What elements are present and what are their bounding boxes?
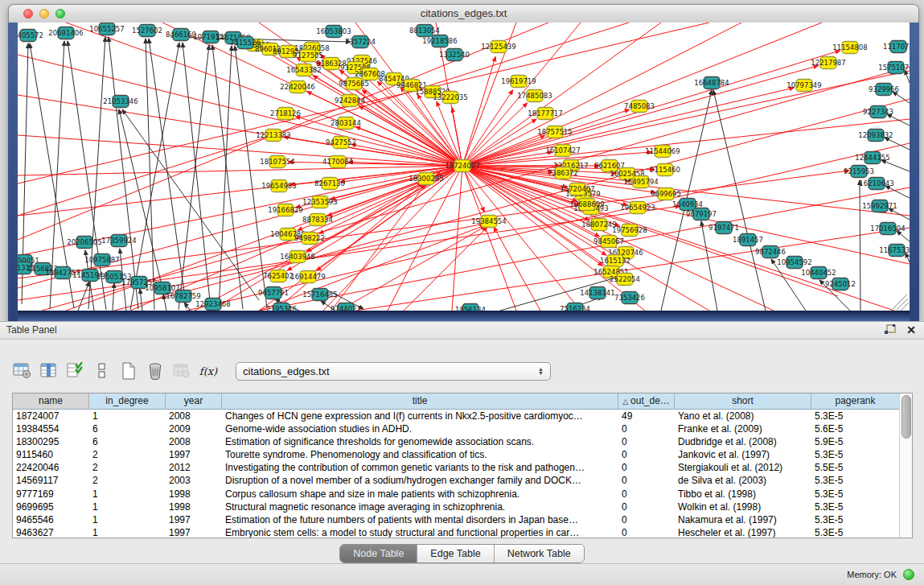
graph-node[interactable]: 7625402 [263, 270, 294, 282]
graph-node[interactable]: 9215953 [844, 166, 874, 178]
graph-node[interactable]: 11544069 [645, 146, 680, 158]
graph-node[interactable]: 9242844 [335, 95, 365, 107]
graph-node[interactable]: 7353426 [614, 292, 645, 304]
graph-node[interactable]: 4170084 [322, 156, 353, 168]
delete-column-icon[interactable] [145, 360, 166, 381]
column-header-name[interactable]: name [13, 393, 89, 410]
graph-node[interactable]: 12125439 [481, 41, 515, 53]
graph-node[interactable]: 16914479 [290, 271, 325, 283]
column-header-in_degree[interactable]: in_degree [89, 393, 166, 410]
graph-node[interactable]: 9744021 [331, 303, 361, 311]
memory-status-dot[interactable] [903, 569, 914, 580]
graph-node[interactable]: 18807249 [581, 219, 616, 231]
graph-node[interactable]: 13222035 [433, 92, 467, 104]
graph-node[interactable]: 19619719 [501, 76, 536, 88]
graph-node[interactable]: 12213383 [256, 130, 290, 142]
citation-network-graph[interactable]: 1872400718300295193845547663822896012489… [18, 23, 910, 311]
table-scrollbar-thumb[interactable] [901, 395, 911, 439]
graph-node[interactable]: 12444155 [855, 152, 889, 164]
row-height-icon[interactable] [92, 360, 113, 381]
column-header-title[interactable]: title [222, 393, 618, 410]
graph-node[interactable]: 14138141 [580, 287, 614, 299]
graph-node[interactable]: 11675334 [879, 245, 910, 257]
graph-node[interactable]: 12923468 [195, 299, 230, 311]
column-header-year[interactable]: year [166, 393, 222, 410]
graph-node[interactable]: 22420046 [280, 81, 314, 93]
graph-node[interactable]: 18177717 [528, 108, 562, 120]
table-settings-icon[interactable] [12, 360, 33, 381]
function-builder-icon[interactable]: f(x) [198, 360, 219, 381]
graph-node[interactable]: 16107427 [545, 145, 580, 157]
table-scrollbar[interactable] [899, 393, 912, 538]
graph-node[interactable]: 9329966 [869, 84, 899, 96]
graph-node[interactable]: 9245012 [825, 278, 856, 290]
graph-node[interactable]: 16053803 [316, 26, 351, 38]
table-row[interactable]: 1872400712008Changes of HCN gene express… [13, 410, 900, 422]
graph-node[interactable]: 8466160 [166, 29, 196, 41]
table-row[interactable]: 1938455462009Genome-wide association stu… [13, 422, 900, 435]
graph-node[interactable]: 1527602 [132, 25, 162, 37]
graph-node[interactable]: 21053346 [103, 96, 138, 108]
network-canvas[interactable]: 1872400718300295193845547663822896012489… [18, 23, 910, 311]
graph-node[interactable]: 1856134 [455, 304, 486, 311]
graph-node[interactable]: 15716485 [302, 289, 337, 301]
graph-node[interactable]: 19756928 [612, 225, 647, 237]
table-body[interactable]: 1872400712008Changes of HCN gene express… [13, 410, 900, 538]
new-column-icon[interactable] [118, 360, 139, 381]
graph-node[interactable]: 9197471 [708, 222, 739, 234]
select-rows-icon[interactable] [65, 360, 86, 381]
table-row[interactable]: 946554611997Estimation of the future num… [13, 513, 900, 526]
graph-node[interactable]: 16403948 [280, 251, 314, 263]
graph-node[interactable]: 19654923 [620, 202, 655, 214]
column-header-pagerank[interactable]: pagerank [811, 393, 900, 410]
float-panel-icon[interactable] [884, 324, 897, 336]
graph-node[interactable]: 7516234 [560, 303, 590, 311]
graph-node[interactable]: 10440452 [801, 267, 836, 279]
window-titlebar[interactable]: citations_edges.txt [8, 4, 919, 23]
tab-network-table[interactable]: Network Table [495, 545, 584, 562]
graph-node[interactable]: 16495794 [623, 176, 658, 188]
network-selector-dropdown[interactable]: citations_edges.txt ▲▼ [236, 362, 551, 381]
graph-node[interactable]: 2718126 [270, 108, 301, 120]
graph-node[interactable]: 19166829 [268, 204, 302, 216]
graph-node[interactable]: 10975887 [84, 254, 119, 266]
graph-node[interactable]: 12217987 [811, 57, 845, 69]
graph-node[interactable]: 19218586 [422, 35, 457, 47]
graph-node[interactable]: 1117074 [883, 41, 910, 53]
graph-node[interactable]: 19654983 [261, 180, 296, 192]
graph-node[interactable]: 7386372 [548, 167, 578, 179]
graph-node[interactable]: 1891457 [733, 234, 763, 246]
close-panel-icon[interactable]: ✕ [906, 323, 916, 336]
graph-node[interactable]: 7357224 [345, 36, 376, 48]
graph-node[interactable]: 16648784 [694, 77, 729, 89]
graph-node[interactable]: 9115460 [650, 164, 680, 176]
graph-node[interactable]: 20691406 [48, 27, 83, 39]
tab-edge-table[interactable]: Edge Table [417, 545, 494, 562]
graph-node[interactable]: 9427552 [326, 137, 356, 149]
graph-node[interactable]: 9657791 [258, 287, 289, 299]
graph-node[interactable]: 8267130 [314, 178, 345, 190]
column-visibility-icon[interactable] [39, 360, 60, 381]
graph-node[interactable]: 9699695 [651, 188, 681, 200]
graph-node[interactable]: 10797349 [786, 80, 821, 92]
table-header-row[interactable]: namein_degreeyeartitle△out_de…shortpager… [13, 393, 900, 410]
graph-node[interactable]: 9679197 [686, 208, 717, 220]
graph-node[interactable]: 10954592 [777, 257, 811, 269]
graph-node[interactable]: 17485083 [517, 90, 552, 102]
graph-node[interactable]: 20206505 [67, 237, 101, 249]
table-row[interactable]: 977716911998Corpus callosum shape and si… [13, 488, 900, 501]
table-row[interactable]: 946362711997Embryonic stem cells: a mode… [13, 526, 900, 538]
graph-node[interactable]: 18107554 [260, 156, 294, 168]
column-header-out_de[interactable]: △out_de… [618, 393, 675, 410]
graph-node[interactable]: 1332540 [439, 49, 470, 61]
graph-node[interactable]: 16543382 [286, 64, 321, 76]
table-row[interactable]: 969969511998Structural magnetic resonanc… [13, 501, 900, 513]
graph-node[interactable]: 7485083 [624, 101, 655, 113]
graph-node[interactable]: 9227343 [863, 106, 893, 118]
graph-node[interactable]: 2522054 [610, 274, 640, 286]
tab-node-table[interactable]: Node Table [340, 545, 417, 562]
graph-node[interactable]: 12353593 [302, 196, 337, 208]
graph-node[interactable]: 11154808 [832, 42, 867, 54]
graph-node[interactable]: 9872446 [755, 246, 786, 258]
column-header-short[interactable]: short [675, 393, 811, 410]
